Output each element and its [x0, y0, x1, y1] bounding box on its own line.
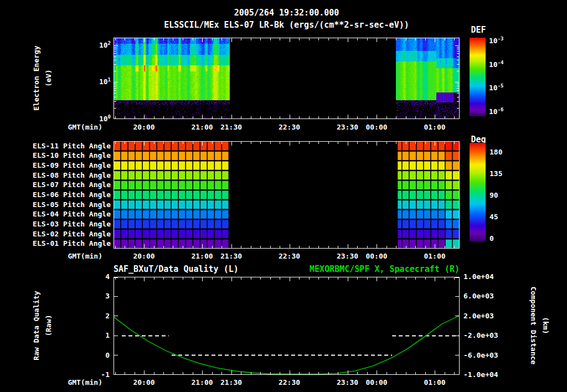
panel3-title-right: MEXORBMC/SPF X, Spacecraft (R) — [114, 264, 460, 274]
plot-stage: 2005/264 19:32:00.000 ELSSCIL/MEx ELS-07… — [0, 0, 567, 392]
quality-tick-label: 2 — [87, 312, 110, 320]
time-tick-label: 20:00 — [127, 378, 161, 386]
deg-colorbar-tick-label: 180 — [489, 148, 522, 156]
deg-colorbar-tick-label: 45 — [489, 213, 522, 221]
pitch-row-label: ELS-01 Pitch Angle — [21, 239, 111, 247]
distance-tick-label: 1.0e+04 — [463, 272, 506, 281]
timestamp-title: 2005/264 19:32:00.000 — [114, 8, 460, 18]
time-tick-label: 00:00 — [360, 252, 393, 260]
distance-axis-label: Component Distance — [528, 259, 538, 392]
quality-tick-label: -1 — [87, 370, 110, 379]
distance-tick-label: 6.0e+03 — [463, 292, 506, 300]
distance-axis-units: (km) — [540, 259, 550, 392]
distance-tick-label: 2.0e+03 — [463, 312, 506, 320]
pitch-row-label: ELS-07 Pitch Angle — [21, 180, 111, 189]
quality-tick-label: 3 — [87, 292, 110, 300]
pitch-row-label: ELS-03 Pitch Angle — [21, 220, 111, 228]
pitch-row-label: ELS-05 Pitch Angle — [21, 200, 111, 209]
time-tick-label: 21:00 — [185, 252, 219, 260]
deg-colorbar-tick-label: 90 — [489, 191, 522, 199]
def-colorbar-tick-label: 10-5 — [489, 83, 521, 92]
time-tick-label: 01:00 — [418, 252, 451, 260]
distance-tick-label: -6.0e+03 — [463, 351, 506, 359]
distance-tick-label: -1.0e+04 — [463, 370, 506, 379]
energy-axis-units: (eV) — [44, 12, 54, 145]
time-tick-label: 20:00 — [127, 123, 161, 131]
instrument-title: ELSSCIL/MEx ELS-07 LR-Bk (ergs/(cm**2-sr… — [114, 20, 460, 30]
electron-spectrogram-canvas — [114, 38, 460, 119]
x-axis-label: GMT(min) — [54, 378, 102, 386]
time-tick-label: 00:00 — [360, 378, 393, 386]
def-colorbar-tick-label: 10-3 — [489, 36, 521, 45]
pitch-row-label: ELS-06 Pitch Angle — [21, 190, 111, 199]
time-tick-label: 00:00 — [360, 123, 393, 131]
time-tick-label: 01:00 — [418, 123, 451, 131]
pitch-row-label: ELS-11 Pitch Angle — [21, 142, 111, 150]
time-tick-label: 22:30 — [273, 378, 306, 386]
time-tick-label: 20:00 — [127, 252, 161, 260]
deg-colorbar — [470, 143, 486, 241]
pitch-row-label: ELS-08 Pitch Angle — [21, 171, 111, 179]
pitch-row-label: ELS-10 Pitch Angle — [21, 151, 111, 159]
x-axis-label: GMT(min) — [54, 252, 102, 260]
energy-axis-label: Electron Energy — [32, 12, 42, 145]
time-tick-label: 23:30 — [331, 123, 364, 131]
time-tick-label: 21:30 — [215, 378, 248, 386]
time-tick-label: 01:00 — [418, 378, 451, 386]
pitch-row-label: ELS-04 Pitch Angle — [21, 210, 111, 218]
quality-axis-units: (Raw) — [44, 259, 54, 392]
pitch-row-label: ELS-09 Pitch Angle — [21, 161, 111, 169]
time-tick-label: 21:30 — [215, 123, 248, 131]
x-axis-label: GMT(min) — [54, 123, 102, 131]
def-colorbar-title: DEF — [467, 25, 489, 35]
deg-colorbar-tick-label: 135 — [489, 169, 522, 178]
energy-tick-label: 101 — [84, 77, 111, 86]
quality-tick-label: 4 — [87, 272, 110, 281]
energy-tick-label: 100 — [84, 114, 111, 123]
quality-tick-label: 1 — [87, 331, 110, 339]
pitch-row-label: ELS-02 Pitch Angle — [21, 230, 111, 238]
time-tick-label: 23:30 — [331, 252, 364, 260]
energy-tick-label: 102 — [84, 40, 111, 49]
time-tick-label: 21:00 — [185, 378, 219, 386]
time-tick-label: 21:30 — [215, 252, 248, 260]
def-colorbar — [470, 38, 486, 116]
def-colorbar-tick-label: 10-4 — [489, 60, 521, 69]
deg-colorbar-tick-label: 0 — [489, 234, 522, 243]
quality-distance-canvas — [114, 277, 460, 375]
quality-tick-label: 0 — [87, 351, 110, 359]
def-colorbar-tick-label: 10-6 — [489, 107, 521, 116]
time-tick-label: 22:30 — [273, 252, 306, 260]
distance-tick-label: -2.0e+03 — [463, 331, 506, 339]
time-tick-label: 22:30 — [273, 123, 306, 131]
pitch-angle-canvas — [114, 141, 460, 249]
time-tick-label: 21:00 — [185, 123, 219, 131]
quality-axis-label: Raw Data Quality — [32, 259, 42, 392]
time-tick-label: 23:30 — [331, 378, 364, 386]
